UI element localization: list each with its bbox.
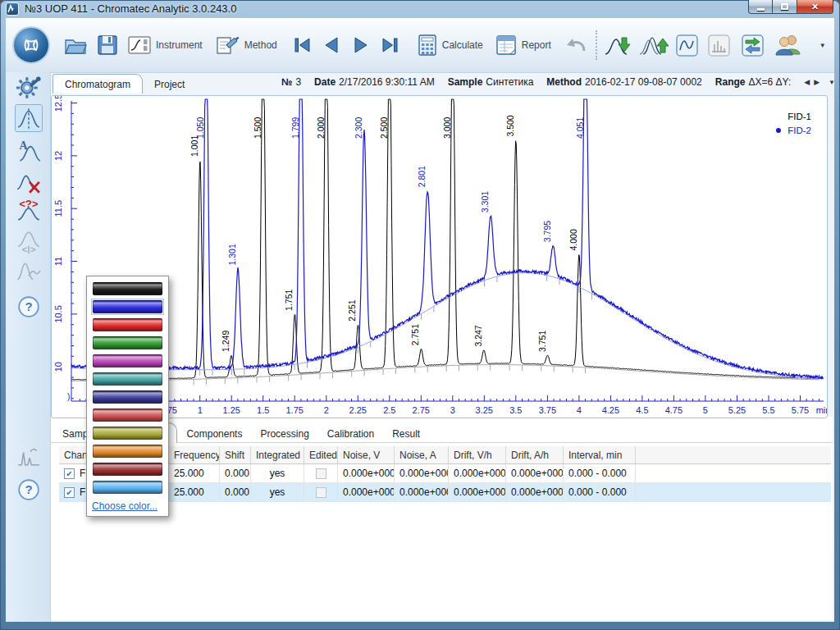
column-header[interactable]: Integrated	[251, 446, 304, 463]
color-option[interactable]	[91, 407, 164, 423]
export-chromatogram-button[interactable]	[638, 33, 669, 57]
svg-text:3.5: 3.5	[509, 405, 522, 415]
color-swatch	[93, 427, 162, 440]
previous-button[interactable]	[322, 35, 341, 55]
peaks-group-icon	[16, 260, 41, 285]
cell-integrated: yes	[251, 464, 304, 482]
cell-interval: 0.000 - 0.000	[564, 483, 636, 501]
unknown-peak-tool[interactable]: <?>	[15, 196, 43, 224]
choose-color-link[interactable]: Choose color...	[87, 497, 168, 514]
close-icon: ✕	[811, 1, 819, 13]
cell-drift-a: 0.000e+000	[506, 464, 564, 482]
app-menu-button[interactable]	[12, 26, 50, 64]
table-view-tool[interactable]	[15, 443, 43, 471]
titlebar[interactable]: №3 UOP 411 - Chromatec Analytic 3.0.243.…	[0, 0, 840, 18]
color-option[interactable]	[91, 353, 164, 369]
peak-label: 3.000	[442, 117, 452, 139]
column-header[interactable]: Shift	[220, 446, 251, 463]
calculate-button[interactable]: Calculate	[417, 34, 483, 57]
peak-label: 2.251	[347, 299, 357, 321]
next-button[interactable]	[351, 35, 371, 55]
users-button[interactable]	[774, 33, 803, 57]
import-chromatogram-button[interactable]	[604, 33, 633, 57]
column-header[interactable]: Noise, V	[338, 446, 395, 463]
channel-visible-checkbox[interactable]: ✔	[64, 468, 75, 479]
column-header[interactable]: Drift, V/h	[449, 446, 506, 463]
chromatogram-nav	[292, 35, 400, 55]
cell-interval: 0.000 - 0.000	[564, 464, 636, 482]
save-icon	[96, 34, 119, 57]
method-button[interactable]: Method	[214, 33, 277, 57]
peak-label: 1.249	[221, 331, 231, 352]
peak-label: 3.795	[542, 221, 552, 242]
svg-text:11: 11	[53, 257, 63, 266]
minimize-button[interactable]	[748, 0, 773, 14]
chart-traces	[71, 99, 823, 385]
help-icon: ?	[16, 477, 41, 502]
color-option[interactable]	[91, 371, 164, 387]
annotate-peak-tool[interactable]: A	[15, 137, 43, 165]
color-option[interactable]	[91, 317, 164, 333]
column-header[interactable]: Drift, A/h	[506, 446, 564, 463]
tab-components[interactable]: Components	[177, 424, 251, 443]
show-curve-toggle[interactable]	[676, 34, 698, 57]
column-header[interactable]: Frequency	[169, 446, 220, 463]
column-header[interactable]: Noise, A	[395, 446, 449, 463]
color-option[interactable]	[91, 335, 164, 351]
save-button[interactable]	[96, 34, 119, 57]
close-button[interactable]: ✕	[797, 0, 833, 14]
peak-label: 4.000	[568, 229, 578, 250]
tab-result[interactable]: Result	[383, 424, 429, 443]
peak-label: 4.051	[575, 117, 585, 139]
trace-fid-1	[71, 99, 823, 380]
cell-noise-v: 0.000e+000	[338, 483, 395, 501]
instrument-button[interactable]: Instrument	[127, 34, 203, 57]
show-bars-toggle[interactable]	[708, 34, 730, 57]
peak-marker-icon	[16, 106, 41, 130]
delete-peak-tool[interactable]	[15, 170, 43, 198]
logo-icon	[20, 34, 43, 57]
left-sidebar: A <?>	[6, 72, 51, 622]
group-peaks-tool[interactable]	[15, 258, 43, 286]
column-header[interactable]: Interval, min	[564, 446, 636, 463]
color-option[interactable]	[91, 425, 164, 441]
toolbar-overflow-button[interactable]: ▼	[819, 42, 826, 49]
open-button[interactable]	[63, 34, 88, 57]
color-option[interactable]	[91, 443, 164, 459]
table-row-fid-2[interactable]: ✔FID-2▼25.0000.000yes0.000e+0000.000e+00…	[59, 483, 831, 502]
peak-bounds-tool[interactable]: <|>	[15, 227, 43, 255]
tab-processing[interactable]: Processing	[251, 424, 317, 443]
peak-delete-icon	[16, 171, 41, 196]
peak-label: 1.799	[290, 117, 300, 139]
help-table-button[interactable]: ?	[15, 476, 43, 504]
table-row-fid-1[interactable]: ✔FID-1▼25.0000.000yes0.000e+0000.000e+00…	[59, 464, 831, 483]
color-option[interactable]	[91, 389, 164, 405]
report-button[interactable]: Report	[495, 34, 551, 57]
processing-settings-button[interactable]	[15, 74, 43, 102]
svg-text:3.75: 3.75	[539, 405, 556, 415]
svg-text:4.75: 4.75	[665, 405, 682, 415]
color-option[interactable]	[91, 479, 164, 495]
chart-legend: FID-1FID-2	[776, 112, 811, 135]
color-option[interactable]	[91, 281, 164, 297]
edited-checkbox[interactable]	[316, 487, 326, 498]
undo-button[interactable]	[564, 34, 589, 56]
help-tools-button[interactable]: ?	[15, 293, 43, 321]
svg-text:5.5: 5.5	[762, 405, 774, 415]
swap-channels-button[interactable]	[742, 34, 764, 57]
svg-text:4.25: 4.25	[602, 405, 619, 415]
first-button[interactable]	[292, 35, 312, 55]
column-header[interactable]: Edited	[304, 446, 338, 463]
color-swatch	[93, 318, 162, 331]
tab-calibration[interactable]: Calibration	[318, 424, 383, 443]
color-swatch	[93, 445, 162, 458]
color-option[interactable]	[91, 461, 164, 477]
cell-noise-a: 0.000e+000	[395, 464, 449, 482]
last-button[interactable]	[381, 35, 400, 55]
edited-checkbox[interactable]	[316, 468, 326, 479]
maximize-button[interactable]	[773, 0, 797, 14]
color-option[interactable]	[91, 299, 164, 315]
channel-visible-checkbox[interactable]: ✔	[64, 487, 75, 498]
peaks-upload-icon	[638, 33, 669, 57]
peak-marker-tool[interactable]	[15, 104, 43, 132]
